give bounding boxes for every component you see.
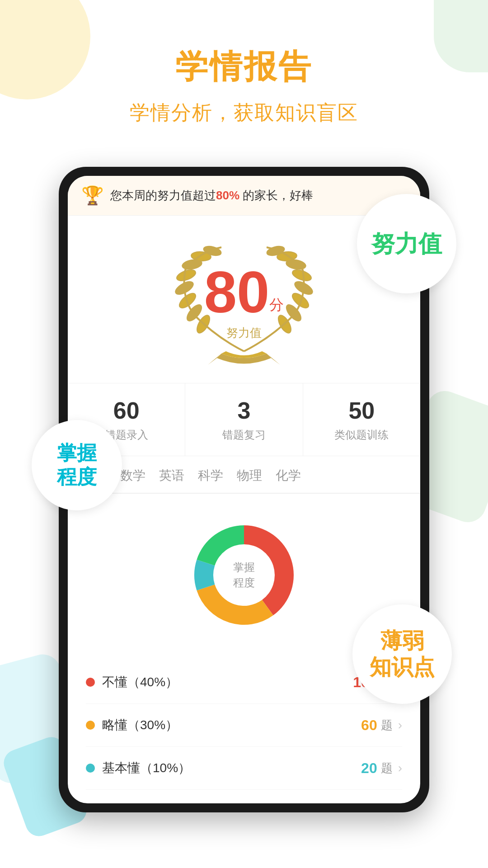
effort-label-bubble: 努力值 [357, 194, 456, 293]
score-area: 80分 [204, 263, 284, 321]
legend-left: 略懂（30%） [86, 717, 178, 734]
legend-count: 20 [361, 760, 377, 777]
mastery-label-bubble: 掌握程度 [32, 420, 122, 510]
page-title: 学情报告 [0, 45, 488, 89]
legend-item: 基本懂（10%） 20 题 › [86, 747, 402, 790]
legend-dot [86, 721, 95, 730]
legend-unit: 题 [381, 760, 393, 776]
score-unit: 分 [269, 296, 284, 312]
weak-label-text: 薄弱知识点 [370, 628, 435, 680]
laurel-container: 80分 努力值 [158, 234, 330, 369]
mastery-label-text: 掌握程度 [57, 441, 97, 489]
header: 学情报告 学情分析，获取知识盲区 [0, 0, 488, 140]
stats-row: 60错题录入3错题复习50类似题训练 [68, 383, 420, 456]
legend-arrow-icon: › [398, 718, 402, 732]
notification-text: 您本周的努力值超过80% 的家长，好棒 [110, 188, 407, 203]
weak-label-bubble: 薄弱知识点 [352, 604, 452, 704]
stat-number: 3 [190, 397, 298, 424]
donut-chart: 掌握程度 [181, 512, 307, 638]
legend-left: 基本懂（10%） [86, 760, 191, 777]
page-subtitle: 学情分析，获取知识盲区 [0, 99, 488, 126]
subject-tab[interactable]: 英语 [159, 467, 184, 493]
legend-unit: 题 [381, 717, 393, 733]
effort-label-text: 努力值 [371, 230, 442, 258]
stat-number: 60 [72, 397, 180, 424]
legend-right: 60 题 › [361, 717, 402, 734]
subject-tab[interactable]: 数学 [120, 467, 145, 493]
legend-label: 基本懂（10%） [102, 760, 191, 777]
legend-item: 略懂（30%） 60 题 › [86, 704, 402, 747]
notification-text-before: 您本周的努力值超过 [110, 189, 216, 202]
legend-label: 略懂（30%） [102, 717, 178, 734]
legend-arrow-icon: › [398, 761, 402, 775]
score-display: 80分 努力值 [204, 263, 284, 341]
legend-label: 不懂（40%） [102, 674, 178, 691]
stat-label: 类似题训练 [308, 428, 416, 442]
stat-item: 3错题复习 [185, 383, 303, 456]
stat-label: 错题复习 [190, 428, 298, 442]
subject-tab[interactable]: 科学 [198, 467, 223, 493]
notification-highlight: 80% [216, 189, 239, 202]
stat-number: 50 [308, 397, 416, 424]
phone-container: 努力值 掌握程度 薄弱知识点 🏆 您本周的努力值超过80% 的家长，好棒 [59, 167, 429, 812]
legend-right: 20 题 › [361, 760, 402, 777]
legend-dot [86, 764, 95, 773]
score-label: 努力值 [204, 325, 284, 341]
notification-text-after: 的家长，好棒 [239, 189, 313, 202]
score-number: 80 [204, 259, 270, 325]
notification-bar: 🏆 您本周的努力值超过80% 的家长，好棒 [68, 176, 420, 216]
donut-center-label: 掌握程度 [233, 560, 255, 590]
subject-tab[interactable]: 物理 [237, 467, 262, 493]
trophy-icon: 🏆 [81, 185, 104, 206]
legend-count: 60 [361, 717, 377, 734]
stat-item: 50类似题训练 [303, 383, 420, 456]
legend-left: 不懂（40%） [86, 674, 178, 691]
subject-tab[interactable]: 化学 [276, 467, 301, 493]
legend-dot [86, 678, 95, 687]
